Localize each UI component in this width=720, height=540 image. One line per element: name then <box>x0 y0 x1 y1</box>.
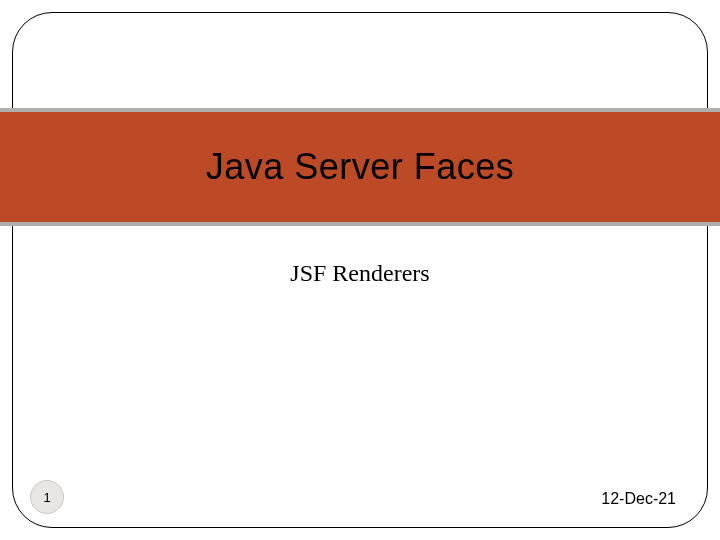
title-band: Java Server Faces <box>0 112 720 222</box>
slide-title: Java Server Faces <box>206 146 515 188</box>
page-number: 1 <box>30 480 64 514</box>
slide-date: 12-Dec-21 <box>601 490 676 508</box>
slide-subtitle: JSF Renderers <box>0 260 720 287</box>
